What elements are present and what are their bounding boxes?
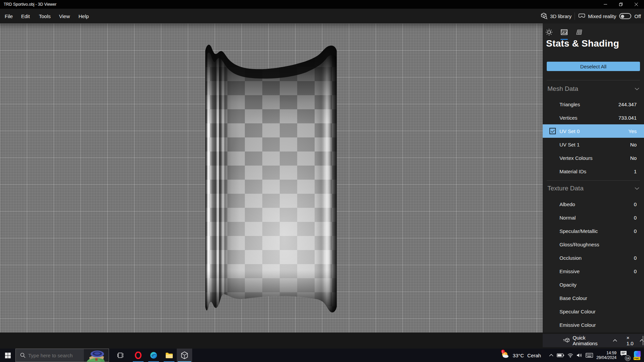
volume-icon[interactable] [577, 353, 582, 358]
stat-row-triangles[interactable]: Triangles 244.347 [543, 98, 644, 111]
edge-icon [150, 352, 157, 359]
stat-row-base-colour[interactable]: Base Colour [543, 291, 644, 305]
taskbar: 1 33°C Cerah [0, 349, 644, 362]
mixed-reality-state: Off [634, 13, 641, 19]
stat-row-normal[interactable]: Normal 0 [543, 211, 644, 224]
pc-manager-button[interactable]: PMC [633, 351, 642, 360]
environment-sun-icon[interactable] [545, 28, 553, 36]
mixed-reality-icon [578, 13, 586, 19]
texture-data-header[interactable]: Texture Data [547, 183, 639, 194]
clock-time: 14:59 [596, 351, 616, 355]
uv-set-0-checkbox[interactable] [549, 128, 556, 134]
3d-library-label: 3D library [550, 13, 572, 19]
clock-date: 29/04/2024 [596, 355, 616, 360]
system-tray: 1 33°C Cerah [501, 349, 644, 362]
menu-bar: File Edit Tools View Help 3D library Mix… [0, 9, 644, 23]
menu-file[interactable]: File [1, 9, 17, 23]
mixed-reality-group: Mixed reality [578, 13, 616, 19]
mixed-reality-toggle[interactable] [619, 13, 631, 19]
notification-center-button[interactable]: 14 [620, 350, 630, 360]
minimize-icon [603, 2, 607, 6]
title-bar: TRD Sportivo.obj - 3D Viewer [0, 0, 644, 9]
notification-badge: 14 [625, 355, 631, 361]
3d-library-icon [540, 13, 548, 19]
stat-row-specular-metallic[interactable]: Specular/Metallic 0 [543, 224, 644, 238]
stat-row-emissive[interactable]: Emissive 0 [543, 264, 644, 278]
quick-animations-icon [563, 338, 570, 344]
start-icon [5, 353, 11, 358]
search-input[interactable] [25, 353, 84, 358]
edge-taskbar-button[interactable] [146, 349, 161, 362]
weather-badge: 1 [501, 350, 505, 353]
weather-condition[interactable]: Cerah [527, 353, 541, 358]
animation-speed[interactable]: × 1.0 [627, 335, 638, 346]
stat-row-vertex-colours[interactable]: Vertex Colours No [543, 151, 644, 165]
app-bottom-bar: Quick Animations × 1.0 [0, 333, 644, 349]
pc-manager-label: PMC [634, 357, 640, 360]
weather-temp[interactable]: 33°C [513, 353, 524, 358]
restore-button[interactable] [613, 0, 629, 9]
sidebar-scrollbar[interactable] [643, 336, 643, 345]
chevron-down-icon [635, 87, 639, 90]
stat-row-opacity[interactable]: Opacity [543, 278, 644, 291]
mesh-data-header[interactable]: Mesh Data [547, 83, 639, 94]
stat-row-uv-set-1[interactable]: UV Set 1 No [543, 138, 644, 151]
menu-view[interactable]: View [55, 9, 74, 23]
weather-widget[interactable]: 1 [501, 351, 509, 360]
mixed-reality-label: Mixed reality [588, 13, 616, 19]
teapot-highlight[interactable] [84, 349, 109, 362]
stat-row-gloss-roughness[interactable]: Gloss/Roughness [543, 238, 644, 251]
file-explorer-icon [165, 352, 173, 359]
stat-row-emissive-colour[interactable]: Emissive Colour [543, 318, 644, 331]
menu-edit[interactable]: Edit [17, 9, 34, 23]
toggle-knob [621, 15, 624, 18]
task-view-icon [117, 352, 124, 359]
3d-viewer-taskbar-button[interactable] [177, 349, 192, 362]
stat-row-material-ids[interactable]: Material IDs 1 [543, 165, 644, 178]
stat-row-occlusion[interactable]: Occlusion 0 [543, 251, 644, 264]
opera-taskbar-button[interactable] [130, 349, 146, 362]
stat-row-specular-colour[interactable]: Specular Colour [543, 305, 644, 318]
battery-icon[interactable] [557, 353, 564, 357]
model-trd-sportivo[interactable] [205, 44, 337, 313]
screen: TRD Sportivo.obj - 3D Viewer File Edit T… [0, 0, 644, 362]
menu-divider [575, 12, 575, 20]
search-icon [20, 353, 25, 358]
window-title: TRD Sportivo.obj - 3D Viewer [4, 2, 56, 7]
restore-icon [619, 2, 623, 6]
menu-tools[interactable]: Tools [35, 9, 55, 23]
opera-icon [135, 352, 142, 359]
taskbar-clock[interactable]: 14:59 29/04/2024 [596, 351, 616, 360]
stat-row-vertices[interactable]: Vertices 733.041 [543, 111, 644, 124]
grid-table-icon[interactable] [576, 28, 583, 36]
chevron-up-icon[interactable] [640, 339, 644, 342]
tray-chevron-up-icon[interactable] [549, 354, 553, 357]
task-view-button[interactable] [113, 349, 128, 362]
quick-animations-bar: Quick Animations × 1.0 [543, 334, 644, 347]
wifi-icon[interactable] [568, 353, 573, 358]
model-surface [205, 44, 337, 313]
stat-row-uv-set-0[interactable]: UV Set 0 Yes [543, 124, 644, 138]
checkmark-icon [551, 129, 555, 133]
stats-shading-icon[interactable] [560, 28, 568, 36]
taskbar-search[interactable] [15, 349, 109, 362]
close-icon [634, 2, 638, 6]
start-button[interactable] [0, 349, 15, 362]
panel-title: Stats & Shading [546, 38, 619, 49]
file-explorer-taskbar-button[interactable] [161, 349, 177, 362]
viewport-3d[interactable] [0, 23, 543, 333]
section-divider [547, 80, 640, 80]
quick-animations-label[interactable]: Quick Animations [573, 335, 610, 346]
keyboard-icon[interactable] [586, 353, 593, 358]
section-divider [547, 180, 640, 181]
chevron-down-icon [635, 187, 639, 190]
menu-help[interactable]: Help [74, 9, 93, 23]
stat-row-albedo[interactable]: Albedo 0 [543, 197, 644, 211]
3d-library-button[interactable]: 3D library [540, 13, 572, 19]
minimize-button[interactable] [598, 0, 613, 9]
chevron-up-icon[interactable] [613, 339, 617, 342]
deselect-all-button[interactable]: Deselect All [547, 62, 640, 71]
3d-viewer-icon [181, 351, 188, 359]
close-button[interactable] [629, 0, 644, 9]
stats-panel: Stats & Shading Deselect All Mesh Data T… [543, 23, 644, 333]
